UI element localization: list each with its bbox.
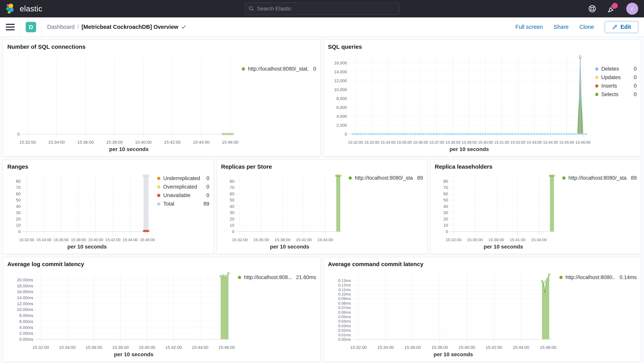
chart-sql_queries: 15:32:0015:33:0015:34:0015:35:0015:36:00…: [328, 50, 595, 153]
legend-label: Total: [163, 201, 174, 207]
global-search[interactable]: [245, 3, 400, 15]
legend: http://localhost:808...21.60ms: [238, 273, 316, 358]
legend-item[interactable]: http://localhost:8080/_sta...89: [348, 174, 423, 182]
svg-text:0.00ms: 0.00ms: [19, 337, 33, 342]
svg-text:50: 50: [16, 198, 21, 202]
svg-text:per 10 seconds: per 10 seconds: [114, 351, 154, 357]
svg-text:80: 80: [444, 179, 448, 184]
panel-title: Number of SQL connections: [7, 43, 316, 50]
legend-item[interactable]: http://localhost:8080/_sta...89: [562, 174, 637, 182]
logo-text: elastic: [20, 5, 42, 13]
legend-item[interactable]: Updates0: [595, 73, 637, 82]
svg-text:15:32:00: 15:32:00: [232, 237, 248, 242]
panel-sql_queries: SQL queries15:32:0015:33:0015:34:0015:35…: [324, 40, 641, 157]
legend-swatch-icon: [562, 176, 566, 180]
svg-text:0: 0: [345, 132, 347, 137]
svg-text:per 10 seconds: per 10 seconds: [434, 351, 473, 357]
chart-ranges: 15:32:0015:34:0015:36:0015:38:0015:40:00…: [7, 170, 157, 251]
legend-swatch-icon: [595, 67, 598, 71]
legend-label: http://localhost:8080/_sta...: [355, 175, 413, 181]
breadcrumb-dashboard[interactable]: Dashboard: [47, 24, 74, 30]
notification-dot: [612, 3, 618, 9]
legend-label: Unavailable: [163, 192, 190, 198]
panel-replica_leaseholders: Replica leaseholders15:32:0015:35:0015:3…: [430, 160, 641, 254]
legend-swatch-icon: [595, 76, 598, 79]
legend-value: 0: [202, 192, 209, 198]
legend-value: 0.14ms: [616, 274, 637, 280]
svg-text:70: 70: [16, 185, 21, 190]
svg-text:0.10ms: 0.10ms: [338, 292, 351, 296]
legend-value: 21.60ms: [292, 274, 316, 280]
panel-title: Ranges: [7, 163, 209, 170]
legend-swatch-icon: [242, 67, 245, 71]
svg-text:18.00ms: 18.00ms: [17, 283, 33, 288]
legend-item[interactable]: Deletes0: [595, 65, 637, 73]
edit-button[interactable]: Edit: [605, 21, 638, 33]
svg-text:15:40:00: 15:40:00: [458, 345, 475, 350]
svg-text:0: 0: [232, 229, 234, 234]
full-screen-button[interactable]: Full screen: [515, 24, 543, 30]
legend-label: http://localhost:8080/_stat...: [248, 66, 309, 72]
legend-item[interactable]: Inserts0: [595, 82, 637, 90]
help-button[interactable]: [588, 4, 597, 13]
search-input[interactable]: [257, 6, 396, 12]
legend-item[interactable]: http://localhost:8080/_stat...0: [242, 65, 316, 73]
panel-replicas_per_store: Replicas per Store15:32:0015:35:0015:38:…: [216, 160, 428, 254]
legend-label: Deletes: [601, 66, 619, 72]
clone-button[interactable]: Clone: [579, 24, 594, 30]
legend-value: 0: [202, 175, 209, 181]
svg-text:15:41:00: 15:41:00: [510, 237, 526, 242]
svg-text:15:36:00: 15:36:00: [86, 345, 102, 350]
svg-text:15:32:00: 15:32:00: [19, 238, 34, 242]
svg-text:80: 80: [230, 179, 234, 184]
user-avatar[interactable]: r: [626, 3, 638, 15]
svg-text:0: 0: [18, 132, 20, 137]
svg-text:15:36:00: 15:36:00: [77, 140, 94, 145]
legend-swatch-icon: [595, 84, 598, 88]
svg-text:0.04ms: 0.04ms: [338, 319, 351, 323]
svg-text:15:44:00: 15:44:00: [513, 345, 530, 350]
menu-button[interactable]: [6, 24, 15, 30]
legend-value: 89: [413, 175, 423, 181]
legend-swatch-icon: [157, 185, 160, 189]
title-check-icon[interactable]: [181, 25, 186, 30]
legend-item[interactable]: Unavailable0: [157, 191, 209, 200]
panel-title: Replicas per Store: [221, 163, 423, 170]
legend-swatch-icon: [157, 194, 160, 197]
svg-text:80: 80: [16, 179, 21, 184]
dashboard-row: Ranges15:32:0015:34:0015:36:0015:38:0015…: [3, 160, 641, 254]
news-button[interactable]: [607, 4, 616, 13]
legend-item[interactable]: Overreplicated0: [157, 183, 209, 191]
svg-text:15:37:00: 15:37:00: [429, 140, 444, 144]
svg-text:8,000: 8,000: [336, 96, 347, 101]
svg-text:15:44:00: 15:44:00: [123, 238, 138, 242]
svg-text:15:36:00: 15:36:00: [413, 140, 428, 144]
lifebuoy-icon: [588, 5, 596, 13]
svg-text:10: 10: [230, 223, 234, 228]
legend-label: Underreplicated: [163, 175, 200, 181]
svg-text:16.00ms: 16.00ms: [17, 289, 33, 294]
legend-value: 0: [630, 75, 637, 81]
dashboard-grid: Number of SQL connections15:32:0015:34:0…: [0, 37, 644, 363]
legend-item[interactable]: Underreplicated0: [157, 174, 209, 183]
elastic-logo[interactable]: elastic: [6, 3, 42, 14]
svg-text:15:34:00: 15:34:00: [380, 140, 396, 144]
legend-item[interactable]: Selects0: [595, 90, 637, 99]
svg-text:15:42:00: 15:42:00: [165, 345, 182, 350]
legend-value: 0: [630, 83, 637, 89]
legend-item[interactable]: http://localhost:8080...0.14ms: [559, 273, 637, 282]
svg-text:15:42:00: 15:42:00: [164, 140, 181, 145]
toolbar-divider: [42, 18, 42, 37]
share-button[interactable]: Share: [554, 24, 568, 30]
legend-item[interactable]: http://localhost:808...21.60ms: [238, 273, 316, 282]
svg-text:15:32:00: 15:32:00: [32, 345, 49, 350]
svg-text:40: 40: [16, 204, 21, 209]
svg-text:15:46:00: 15:46:00: [140, 238, 155, 242]
svg-text:10: 10: [444, 223, 448, 228]
svg-text:15:44:00: 15:44:00: [317, 237, 333, 242]
legend-label: Inserts: [601, 83, 617, 89]
svg-text:15:38:00: 15:38:00: [112, 345, 129, 350]
chart-avg_log_commit_latency: 15:32:0015:34:0015:36:0015:38:0015:40:00…: [7, 268, 238, 358]
svg-text:0: 0: [446, 229, 448, 234]
legend-item[interactable]: Total89: [157, 200, 209, 208]
